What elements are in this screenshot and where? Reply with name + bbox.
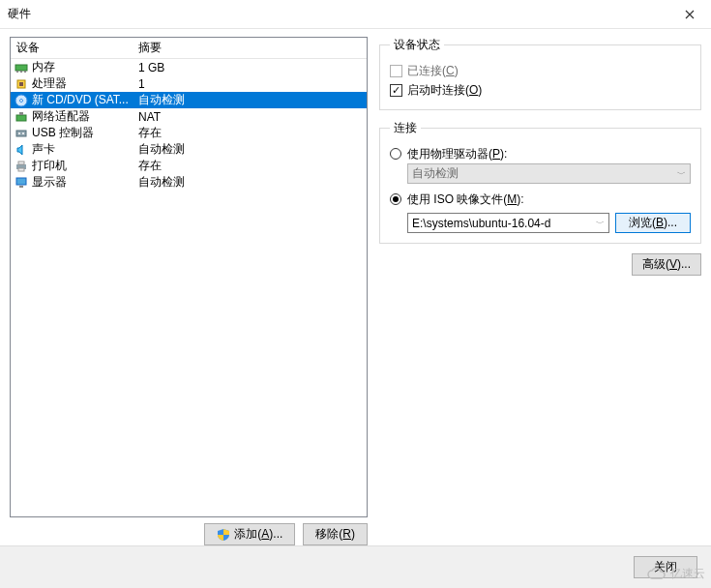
connected-label: 已连接(C) (407, 63, 459, 79)
svg-rect-2 (20, 71, 22, 73)
device-state-legend: 设备状态 (390, 37, 444, 53)
hardware-summary: NAT (136, 110, 367, 124)
hardware-row[interactable]: 内存1 GB (11, 59, 367, 75)
use-physical-label: 使用物理驱动器(P): (407, 146, 507, 162)
hardware-name: 网络适配器 (32, 108, 90, 125)
physical-drive-row: 自动检测 ﹀ (407, 163, 691, 184)
svg-rect-17 (19, 186, 23, 188)
hardware-name: USB 控制器 (32, 125, 94, 141)
content-area: 设备 摘要 内存1 GB处理器1新 CD/DVD (SAT...自动检测网络适配… (0, 29, 711, 545)
hardware-list[interactable]: 设备 摘要 内存1 GB处理器1新 CD/DVD (SAT...自动检测网络适配… (10, 37, 368, 517)
advanced-row: 高级(V)... (379, 253, 701, 276)
svg-rect-14 (18, 162, 24, 164)
checkbox-icon (390, 65, 402, 77)
header-summary: 摘要 (136, 40, 367, 56)
browse-button[interactable]: 浏览(B)... (615, 213, 691, 233)
advanced-label: 高级(V)... (642, 256, 691, 273)
remove-hardware-button[interactable]: 移除(R) (303, 523, 368, 545)
display-icon (15, 176, 28, 190)
svg-rect-16 (16, 178, 26, 185)
browse-label: 浏览(B)... (629, 215, 677, 231)
hardware-name: 内存 (32, 59, 55, 75)
hardware-summary: 自动检测 (136, 174, 367, 191)
header-device: 设备 (11, 40, 136, 56)
close-button[interactable]: 关闭 (634, 556, 697, 578)
svg-rect-8 (16, 115, 26, 121)
sound-icon (15, 143, 28, 157)
svg-rect-1 (16, 71, 18, 73)
chevron-down-icon: ﹀ (596, 217, 605, 229)
svg-rect-10 (16, 131, 26, 136)
hardware-summary: 存在 (136, 125, 367, 141)
iso-path-value: E:\systems\ubuntu-16.04-d (412, 217, 550, 230)
window-close-button[interactable] (667, 0, 711, 29)
hardware-name: 处理器 (32, 75, 67, 92)
svg-point-12 (22, 132, 24, 134)
settings-panel: 设备状态 已连接(C) 启动时连接(O) 连接 使用物理驱动器(P): 自动检测… (368, 37, 701, 545)
usb-icon (15, 127, 28, 140)
hardware-name: 声卡 (32, 141, 55, 158)
hardware-summary: 1 (136, 77, 367, 91)
add-hardware-button[interactable]: 添加(A)... (204, 523, 295, 545)
hardware-row[interactable]: 新 CD/DVD (SAT...自动检测 (11, 92, 367, 108)
hardware-summary: 自动检测 (136, 141, 367, 158)
device-state-group: 设备状态 已连接(C) 启动时连接(O) (379, 37, 701, 110)
cpu-icon (15, 77, 28, 91)
window-title: 硬件 (8, 6, 31, 22)
hardware-row[interactable]: 声卡自动检测 (11, 141, 367, 158)
hardware-panel: 设备 摘要 内存1 GB处理器1新 CD/DVD (SAT...自动检测网络适配… (10, 37, 368, 545)
connected-checkbox: 已连接(C) (390, 61, 691, 80)
svg-point-11 (18, 132, 20, 134)
hardware-name: 打印机 (32, 158, 67, 174)
hardware-row[interactable]: 处理器1 (11, 75, 367, 92)
hardware-summary: 自动检测 (136, 92, 367, 108)
checkbox-icon (390, 84, 402, 97)
hardware-row[interactable]: USB 控制器存在 (11, 125, 367, 141)
hardware-name: 新 CD/DVD (SAT... (32, 92, 129, 108)
physical-drive-combo: 自动检测 ﹀ (407, 163, 691, 184)
hardware-name: 显示器 (32, 174, 67, 191)
radio-icon (390, 193, 401, 205)
close-icon (685, 10, 695, 19)
add-button-label: 添加(A)... (234, 526, 282, 543)
hardware-summary: 存在 (136, 158, 367, 174)
remove-button-label: 移除(R) (315, 526, 355, 543)
svg-rect-9 (19, 112, 23, 115)
hardware-buttons: 添加(A)... 移除(R) (10, 517, 368, 545)
printer-icon (15, 160, 28, 173)
iso-row: E:\systems\ubuntu-16.04-d ﹀ 浏览(B)... (407, 213, 691, 233)
svg-rect-15 (18, 168, 24, 171)
use-physical-radio[interactable]: 使用物理驱动器(P): (390, 144, 691, 163)
connection-group: 连接 使用物理驱动器(P): 自动检测 ﹀ 使用 ISO 映像文件(M): E:… (379, 120, 701, 244)
radio-icon (390, 148, 401, 160)
hardware-row[interactable]: 网络适配器NAT (11, 108, 367, 125)
cd-icon (15, 94, 28, 107)
hardware-summary: 1 GB (136, 61, 367, 74)
network-icon (15, 110, 28, 124)
connection-legend: 连接 (390, 120, 421, 136)
iso-path-combo[interactable]: E:\systems\ubuntu-16.04-d ﹀ (407, 213, 609, 233)
hardware-row[interactable]: 打印机存在 (11, 158, 367, 174)
dialog-footer: 关闭 (0, 545, 711, 588)
svg-point-7 (20, 99, 23, 102)
svg-rect-5 (19, 82, 23, 86)
use-iso-label: 使用 ISO 映像文件(M): (407, 191, 524, 208)
svg-rect-3 (24, 71, 26, 73)
shield-icon (217, 528, 230, 542)
advanced-button[interactable]: 高级(V)... (632, 253, 701, 276)
connect-poweron-checkbox[interactable]: 启动时连接(O) (390, 80, 691, 100)
connect-poweron-label: 启动时连接(O) (407, 82, 482, 99)
physical-drive-value: 自动检测 (412, 165, 459, 182)
svg-rect-0 (15, 65, 27, 71)
title-bar: 硬件 (0, 0, 711, 29)
hardware-row[interactable]: 显示器自动检测 (11, 174, 367, 191)
memory-icon (15, 61, 28, 74)
hardware-list-header: 设备 摘要 (11, 38, 367, 59)
use-iso-radio[interactable]: 使用 ISO 映像文件(M): (390, 190, 691, 209)
close-label: 关闭 (654, 559, 677, 575)
chevron-down-icon: ﹀ (677, 167, 686, 180)
